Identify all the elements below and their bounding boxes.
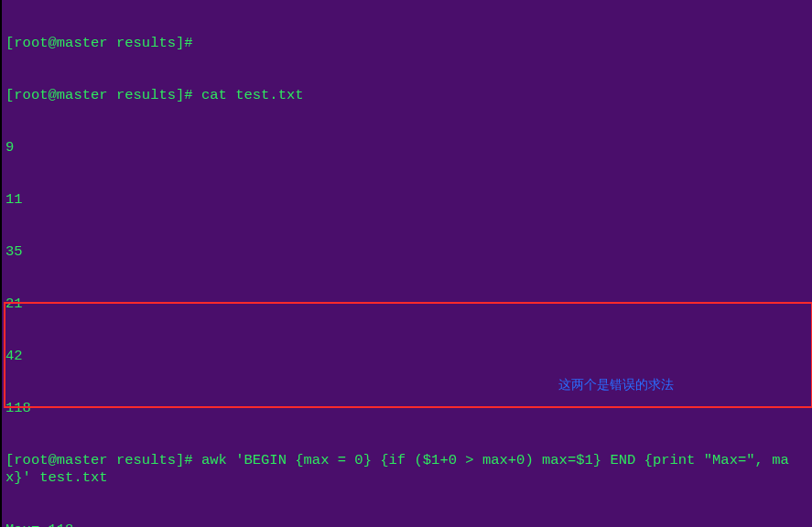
command-line: [root@master results]# cat test.txt [5, 87, 808, 104]
output-line: 9 [5, 139, 808, 156]
output-line: 118 [5, 400, 808, 417]
output-line: 21 [5, 296, 808, 313]
output-line: Max= 118 [5, 522, 808, 527]
prompt-line: [root@master results]# [5, 35, 808, 52]
output-line: 42 [5, 348, 808, 365]
terminal[interactable]: [root@master results]# [root@master resu… [0, 0, 812, 527]
command-line: [root@master results]# awk 'BEGIN {max =… [5, 452, 808, 487]
output-line: 11 [5, 191, 808, 209]
output-line: 35 [5, 243, 808, 261]
annotation-label: 这两个是错误的求法 [558, 376, 674, 393]
